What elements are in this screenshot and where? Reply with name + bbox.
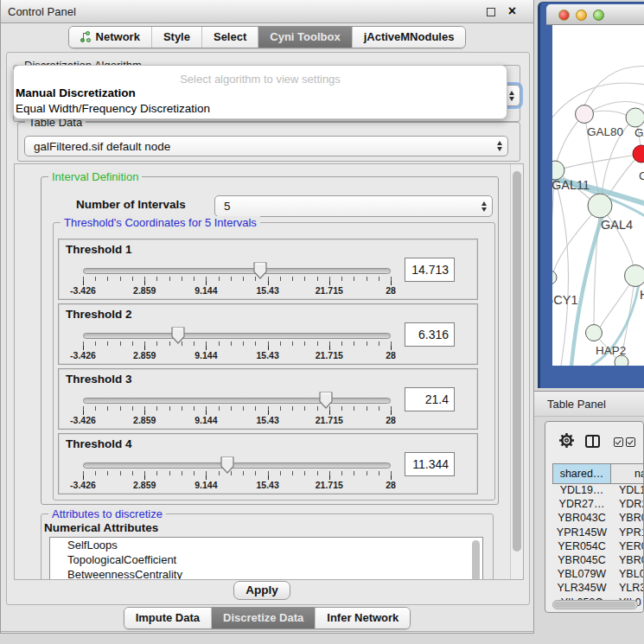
network-node[interactable] (588, 194, 612, 218)
popup-option-equal-width-frequency[interactable]: Equal Width/Frequency Discretization (16, 102, 210, 115)
tab-style[interactable]: Style (151, 27, 201, 48)
tab-label: Select (214, 30, 246, 43)
tab-infer-network[interactable]: Infer Network (315, 608, 410, 628)
horizontal-scrollbar[interactable] (552, 600, 638, 609)
tab-label: Infer Network (327, 611, 399, 624)
group-title: Interval Definition (48, 170, 142, 183)
cell-shared-name: YER054C (552, 540, 611, 554)
slider-tick-ruler (83, 277, 392, 285)
threshold-value-field[interactable]: 6.316 (405, 322, 455, 347)
apply-button[interactable]: Apply (233, 581, 290, 600)
cell-shared-name: YBL079W (552, 568, 611, 582)
table-row[interactable]: YLR345WYLR3 (552, 582, 644, 596)
table-row[interactable]: YER054CYER0 (552, 540, 644, 554)
control-panel-titlebar: Control Panel × (1, 0, 533, 23)
minimize-traffic-light-icon[interactable] (576, 10, 587, 21)
slider-thumb[interactable] (253, 262, 267, 279)
tab-network[interactable]: Network (69, 27, 151, 48)
network-node[interactable] (576, 105, 594, 124)
table-panel-body: shared… na YDL19…YDL1YDR27…YDR2YBR043CYB… (545, 421, 644, 613)
cell-shared-name: YBR043C (552, 512, 611, 526)
numerical-attributes-list[interactable]: SelfLoopsTopologicalCoefficientBetweenne… (49, 537, 483, 580)
attribute-item-topologicalcoefficient[interactable]: TopologicalCoefficient (50, 552, 482, 567)
network-node[interactable] (552, 271, 557, 284)
bottom-tab-bar: Impute DataDiscretize DataInfer Network (1, 607, 533, 629)
columns-icon[interactable] (585, 435, 600, 448)
cell-name: YDR2 (611, 498, 644, 512)
checkbox-icon[interactable] (614, 437, 623, 447)
cell-shared-name: YDR27… (552, 498, 611, 512)
list-scrollbar[interactable] (472, 540, 480, 580)
node-label-gal80: GAL80 (587, 125, 623, 138)
node-label-c: C (639, 169, 644, 182)
table-row[interactable]: YPR145WYPR1 (552, 526, 644, 540)
node-label-gcy1: GCY1 (552, 293, 578, 307)
network-canvas[interactable]: GAL80GAGAL11CGAL4GCY1HHAP2 (552, 25, 644, 366)
interval-definition-group: Interval Definition Number of Intervals … (41, 176, 499, 505)
close-traffic-light-icon[interactable] (558, 10, 570, 21)
slider-thumb[interactable] (319, 392, 333, 409)
tick-label: 2.859 (133, 480, 156, 490)
popup-option-manual-discretization[interactable]: Manual Discretization (16, 86, 136, 99)
slider-thumb[interactable] (220, 456, 234, 474)
tab-discretize-data[interactable]: Discretize Data (211, 608, 315, 628)
threshold-panel-1: Threshold 1-3.4262.8599.14415.4321.71528… (58, 239, 478, 300)
checkbox-icon[interactable] (626, 437, 635, 447)
table-row[interactable]: YBR043CYBR0 (552, 512, 644, 526)
table-panel-titlebar: Table Panel (534, 391, 644, 417)
slider-track[interactable] (83, 333, 391, 339)
gear-icon[interactable] (558, 432, 575, 449)
table-toolbar (545, 422, 643, 460)
network-node[interactable] (626, 108, 644, 127)
tick-label: -3.426 (70, 285, 96, 296)
tick-label: -3.426 (70, 350, 96, 360)
network-node[interactable] (625, 265, 644, 287)
tab-jactivemnodules[interactable]: jActiveMNodules (352, 27, 466, 48)
table-row[interactable]: YDR27…YDR2 (552, 498, 644, 512)
scrollbar-thumb[interactable] (554, 602, 635, 608)
cell-shared-name: YBR045C (552, 554, 611, 568)
cell-name: YDL1 (611, 484, 644, 498)
slider-thumb[interactable] (171, 327, 185, 344)
slider-track[interactable] (83, 268, 391, 274)
window-title: Control Panel (8, 0, 76, 23)
stepper-arrows-icon (492, 141, 507, 151)
threshold-value-field[interactable]: 14.713 (405, 258, 455, 282)
zoom-traffic-light-icon[interactable] (593, 10, 604, 21)
window-bottom-edge (1, 631, 535, 632)
attribute-item-selfloops[interactable]: SelfLoops (50, 538, 482, 552)
network-node[interactable] (586, 325, 603, 341)
tab-cyni-toolbox[interactable]: Cyni Toolbox (258, 27, 351, 48)
attribute-item-betweennesscentrality[interactable]: BetweennessCentrality (50, 567, 482, 580)
column-header-name[interactable]: na (611, 463, 644, 484)
float-window-icon[interactable] (487, 8, 495, 16)
close-icon[interactable]: × (508, 3, 516, 20)
cell-shared-name: YLR345W (552, 582, 611, 596)
table-row[interactable]: YBR045CYBR0 (552, 554, 644, 568)
table-row[interactable]: YBL079WYBL0 (552, 568, 644, 582)
slider-track[interactable] (83, 462, 391, 469)
tab-select[interactable]: Select (201, 27, 258, 48)
tab-label: Network (96, 30, 140, 43)
tab-label: Cyni Toolbox (270, 30, 340, 43)
tick-label: 15.43 (256, 480, 278, 490)
tick-label: 9.144 (194, 415, 217, 425)
num-intervals-combo[interactable]: 5 (214, 195, 493, 217)
tick-label: 2.859 (133, 285, 156, 296)
scrollbar-thumb[interactable] (513, 171, 521, 552)
slider-track[interactable] (83, 398, 391, 404)
network-window-titlebar (546, 4, 644, 25)
slider-tick-ruler (83, 406, 392, 415)
table-data-combo[interactable]: galFiltered.sif default node (24, 136, 508, 156)
tick-label: 15.43 (256, 285, 278, 296)
threshold-value-field[interactable]: 21.4 (405, 387, 455, 411)
vertical-scrollbar[interactable] (510, 164, 523, 579)
node-label-h: H (640, 288, 644, 302)
tab-impute-data[interactable]: Impute Data (124, 608, 211, 628)
tick-label: 21.715 (316, 350, 343, 360)
threshold-value-field[interactable]: 11.344 (405, 452, 455, 476)
tick-label: 28 (386, 285, 396, 296)
column-header-shared[interactable]: shared… (552, 463, 611, 484)
table-row[interactable]: YDL19…YDL1 (552, 484, 644, 498)
cell-name: YPR1 (611, 526, 644, 540)
